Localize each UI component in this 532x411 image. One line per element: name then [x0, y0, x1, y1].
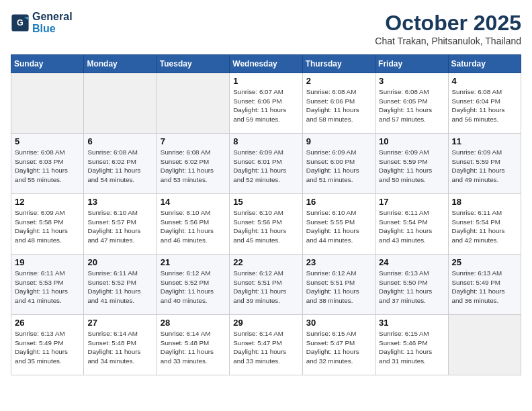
- calendar-cell: 12Sunrise: 6:09 AM Sunset: 5:58 PM Dayli…: [11, 194, 84, 255]
- day-number: 14: [161, 197, 226, 207]
- day-info: Sunrise: 6:08 AM Sunset: 6:02 PM Dayligh…: [161, 148, 226, 185]
- calendar-cell: 30Sunrise: 6:15 AM Sunset: 5:47 PM Dayli…: [302, 315, 375, 375]
- day-number: 31: [379, 318, 444, 328]
- title-block: October 2025 Chat Trakan, Phitsanulok, T…: [375, 11, 521, 46]
- calendar-cell: 11Sunrise: 6:09 AM Sunset: 5:59 PM Dayli…: [448, 134, 521, 194]
- logo: G General Blue: [11, 11, 73, 35]
- calendar-cell: 24Sunrise: 6:13 AM Sunset: 5:50 PM Dayli…: [375, 255, 448, 315]
- calendar-body: 1Sunrise: 6:07 AM Sunset: 6:06 PM Daylig…: [11, 73, 521, 375]
- weekday-header-wednesday: Wednesday: [230, 55, 302, 73]
- day-number: 18: [452, 197, 517, 207]
- day-info: Sunrise: 6:12 AM Sunset: 5:51 PM Dayligh…: [306, 269, 371, 306]
- day-info: Sunrise: 6:08 AM Sunset: 6:05 PM Dayligh…: [379, 87, 444, 124]
- month-title: October 2025: [375, 11, 521, 36]
- calendar-cell: 17Sunrise: 6:11 AM Sunset: 5:54 PM Dayli…: [375, 194, 448, 255]
- calendar-cell: 10Sunrise: 6:09 AM Sunset: 5:59 PM Dayli…: [375, 134, 448, 194]
- calendar-cell: 21Sunrise: 6:12 AM Sunset: 5:52 PM Dayli…: [157, 255, 229, 315]
- weekday-header-friday: Friday: [375, 55, 448, 73]
- day-number: 5: [15, 136, 80, 146]
- day-info: Sunrise: 6:13 AM Sunset: 5:50 PM Dayligh…: [379, 269, 444, 306]
- day-number: 12: [15, 197, 80, 207]
- day-info: Sunrise: 6:11 AM Sunset: 5:53 PM Dayligh…: [15, 269, 80, 306]
- day-number: 23: [306, 257, 371, 267]
- day-info: Sunrise: 6:09 AM Sunset: 5:59 PM Dayligh…: [379, 148, 444, 185]
- day-info: Sunrise: 6:10 AM Sunset: 5:57 PM Dayligh…: [87, 208, 152, 245]
- day-info: Sunrise: 6:12 AM Sunset: 5:52 PM Dayligh…: [161, 269, 226, 306]
- logo-name: General Blue: [32, 11, 73, 35]
- day-number: 1: [233, 76, 298, 86]
- day-number: 9: [306, 136, 371, 146]
- day-info: Sunrise: 6:10 AM Sunset: 5:55 PM Dayligh…: [306, 208, 371, 245]
- page-header: G General Blue October 2025 Chat Trakan,…: [11, 11, 521, 46]
- day-info: Sunrise: 6:13 AM Sunset: 5:49 PM Dayligh…: [452, 269, 517, 306]
- day-info: Sunrise: 6:08 AM Sunset: 6:02 PM Dayligh…: [87, 148, 152, 185]
- day-number: 27: [87, 318, 152, 328]
- day-number: 16: [306, 197, 371, 207]
- day-number: 3: [379, 76, 444, 86]
- day-info: Sunrise: 6:08 AM Sunset: 6:03 PM Dayligh…: [15, 148, 80, 185]
- day-info: Sunrise: 6:08 AM Sunset: 6:06 PM Dayligh…: [306, 87, 371, 124]
- day-number: 6: [87, 136, 152, 146]
- calendar-cell: 25Sunrise: 6:13 AM Sunset: 5:49 PM Dayli…: [448, 255, 521, 315]
- calendar-cell: 29Sunrise: 6:14 AM Sunset: 5:47 PM Dayli…: [230, 315, 302, 375]
- day-number: 10: [379, 136, 444, 146]
- weekday-header-monday: Monday: [84, 55, 157, 73]
- day-number: 22: [233, 257, 298, 267]
- calendar-cell: 8Sunrise: 6:09 AM Sunset: 6:01 PM Daylig…: [230, 134, 302, 194]
- calendar-cell: 5Sunrise: 6:08 AM Sunset: 6:03 PM Daylig…: [11, 134, 84, 194]
- day-info: Sunrise: 6:08 AM Sunset: 6:04 PM Dayligh…: [452, 87, 517, 124]
- svg-text:G: G: [17, 18, 24, 28]
- calendar-cell: 14Sunrise: 6:10 AM Sunset: 5:56 PM Dayli…: [157, 194, 229, 255]
- day-number: 19: [15, 257, 80, 267]
- calendar-cell: [11, 73, 84, 134]
- day-number: 21: [161, 257, 226, 267]
- calendar-cell: 31Sunrise: 6:15 AM Sunset: 5:46 PM Dayli…: [375, 315, 448, 375]
- day-number: 13: [87, 197, 152, 207]
- day-number: 17: [379, 197, 444, 207]
- day-info: Sunrise: 6:10 AM Sunset: 5:56 PM Dayligh…: [161, 208, 226, 245]
- weekday-header-sunday: Sunday: [11, 55, 84, 73]
- day-info: Sunrise: 6:09 AM Sunset: 5:58 PM Dayligh…: [15, 208, 80, 245]
- calendar-table: SundayMondayTuesdayWednesdayThursdayFrid…: [11, 54, 521, 375]
- calendar-cell: 4Sunrise: 6:08 AM Sunset: 6:04 PM Daylig…: [448, 73, 521, 134]
- week-row-2: 5Sunrise: 6:08 AM Sunset: 6:03 PM Daylig…: [11, 134, 521, 194]
- week-row-4: 19Sunrise: 6:11 AM Sunset: 5:53 PM Dayli…: [11, 255, 521, 315]
- calendar-cell: [157, 73, 229, 134]
- day-number: 29: [233, 318, 298, 328]
- day-number: 8: [233, 136, 298, 146]
- day-info: Sunrise: 6:11 AM Sunset: 5:54 PM Dayligh…: [452, 208, 517, 245]
- day-info: Sunrise: 6:14 AM Sunset: 5:47 PM Dayligh…: [233, 329, 298, 366]
- calendar-cell: 2Sunrise: 6:08 AM Sunset: 6:06 PM Daylig…: [302, 73, 375, 134]
- day-info: Sunrise: 6:11 AM Sunset: 5:52 PM Dayligh…: [87, 269, 152, 306]
- calendar-cell: 22Sunrise: 6:12 AM Sunset: 5:51 PM Dayli…: [230, 255, 302, 315]
- day-info: Sunrise: 6:09 AM Sunset: 6:00 PM Dayligh…: [306, 148, 371, 185]
- day-number: 2: [306, 76, 371, 86]
- weekday-header-saturday: Saturday: [448, 55, 521, 73]
- calendar-cell: 18Sunrise: 6:11 AM Sunset: 5:54 PM Dayli…: [448, 194, 521, 255]
- day-info: Sunrise: 6:09 AM Sunset: 5:59 PM Dayligh…: [452, 148, 517, 185]
- day-info: Sunrise: 6:11 AM Sunset: 5:54 PM Dayligh…: [379, 208, 444, 245]
- calendar-cell: 26Sunrise: 6:13 AM Sunset: 5:49 PM Dayli…: [11, 315, 84, 375]
- week-row-3: 12Sunrise: 6:09 AM Sunset: 5:58 PM Dayli…: [11, 194, 521, 255]
- calendar-header: SundayMondayTuesdayWednesdayThursdayFrid…: [11, 55, 521, 73]
- calendar-cell: 9Sunrise: 6:09 AM Sunset: 6:00 PM Daylig…: [302, 134, 375, 194]
- calendar-cell: 20Sunrise: 6:11 AM Sunset: 5:52 PM Dayli…: [84, 255, 157, 315]
- day-info: Sunrise: 6:14 AM Sunset: 5:48 PM Dayligh…: [87, 329, 152, 366]
- day-number: 20: [87, 257, 152, 267]
- day-number: 24: [379, 257, 444, 267]
- weekday-header-thursday: Thursday: [302, 55, 375, 73]
- calendar-cell: 23Sunrise: 6:12 AM Sunset: 5:51 PM Dayli…: [302, 255, 375, 315]
- day-info: Sunrise: 6:15 AM Sunset: 5:46 PM Dayligh…: [379, 329, 444, 366]
- day-number: 15: [233, 197, 298, 207]
- day-number: 28: [161, 318, 226, 328]
- day-number: 4: [452, 76, 517, 86]
- day-number: 26: [15, 318, 80, 328]
- calendar-cell: 28Sunrise: 6:14 AM Sunset: 5:48 PM Dayli…: [157, 315, 229, 375]
- day-number: 11: [452, 136, 517, 146]
- calendar-cell: 3Sunrise: 6:08 AM Sunset: 6:05 PM Daylig…: [375, 73, 448, 134]
- logo-icon: G: [11, 13, 30, 32]
- day-number: 30: [306, 318, 371, 328]
- day-info: Sunrise: 6:10 AM Sunset: 5:56 PM Dayligh…: [233, 208, 298, 245]
- calendar-cell: 19Sunrise: 6:11 AM Sunset: 5:53 PM Dayli…: [11, 255, 84, 315]
- calendar-cell: 16Sunrise: 6:10 AM Sunset: 5:55 PM Dayli…: [302, 194, 375, 255]
